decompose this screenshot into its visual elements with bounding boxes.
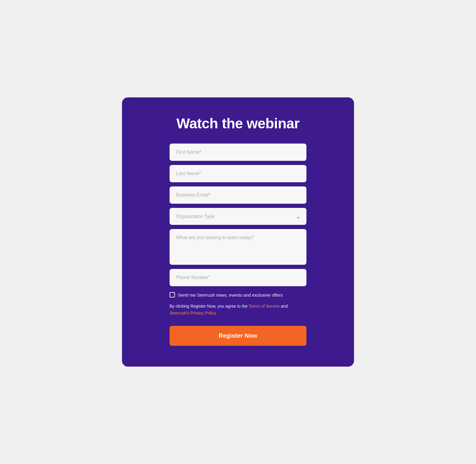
phone-input[interactable]: [170, 269, 306, 286]
business-email-input[interactable]: [170, 186, 306, 204]
privacy-policy-link[interactable]: Semrush's Privacy Policy: [170, 311, 216, 315]
newsletter-checkbox-label[interactable]: Send me Semrush news, events and exclusi…: [178, 292, 283, 298]
first-name-input[interactable]: [170, 144, 306, 161]
organization-type-select[interactable]: Organization Type Agency Brand/In-house …: [170, 208, 306, 225]
webinar-card: Watch the webinar Organization Type Agen…: [122, 97, 354, 367]
register-now-button[interactable]: Register Now: [170, 326, 306, 346]
organization-type-wrapper: Organization Type Agency Brand/In-house …: [170, 208, 306, 225]
terms-middle: and: [280, 304, 288, 309]
terms-prefix: By clicking Register Now, you agree to t…: [170, 304, 249, 309]
registration-form: Organization Type Agency Brand/In-house …: [170, 144, 306, 346]
terms-of-service-link[interactable]: Terms of Service: [249, 304, 280, 309]
newsletter-checkbox[interactable]: [170, 292, 175, 298]
terms-text: By clicking Register Now, you agree to t…: [170, 303, 306, 316]
page-title: Watch the webinar: [134, 115, 342, 132]
newsletter-checkbox-row: Send me Semrush news, events and exclusi…: [170, 292, 306, 298]
last-name-input[interactable]: [170, 165, 306, 182]
learn-textarea[interactable]: [170, 229, 306, 265]
